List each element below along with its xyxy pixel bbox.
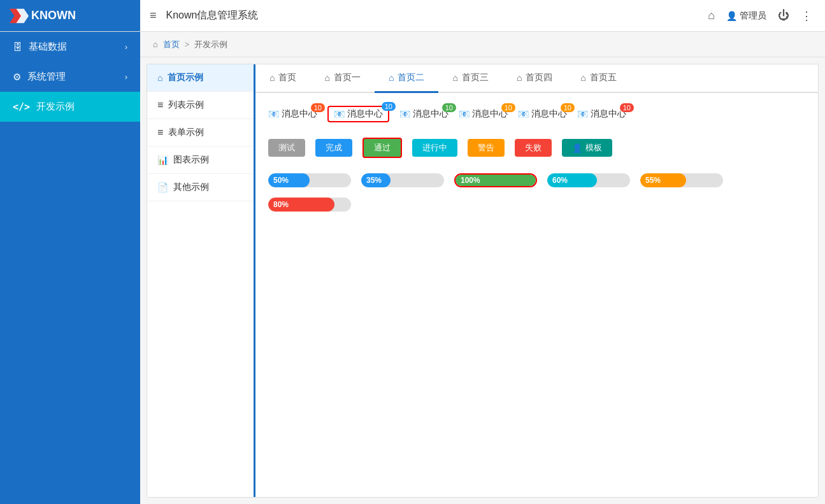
msg-icon-1: 📧 (268, 109, 279, 119)
tabs-bar: ⌂ 首页 ⌂ 首页一 ⌂ 首页二 ⌂ 首页三 (255, 64, 818, 93)
tab-home1-icon: ⌂ (324, 73, 329, 83)
demo-content: 📧 消息中心 10 📧 消息中心 10 📧 (255, 93, 818, 497)
tab-home-icon: ⌂ (269, 73, 275, 83)
inner-layout: ⌂ 首页示例 ≡ 列表示例 ≡ 表单示例 📊 图表示例 📄 其他示例 (147, 64, 819, 498)
btn-fail[interactable]: 失败 (515, 139, 552, 157)
user-label: 管理员 (740, 10, 766, 22)
message-center-row: 📧 消息中心 10 📧 消息中心 10 📧 (268, 106, 805, 122)
breadcrumb: ⌂ 首页 > 开发示例 (140, 32, 825, 57)
msg-center-1[interactable]: 📧 消息中心 10 (268, 108, 317, 120)
tab-home4-icon: ⌂ (517, 73, 522, 83)
gear-icon: ⚙ (13, 71, 21, 83)
breadcrumb-current: 开发示例 (194, 39, 227, 50)
left-nav-other-example[interactable]: 📄 其他示例 (147, 174, 254, 201)
left-nav-list-example[interactable]: ≡ 列表示例 (147, 92, 254, 119)
sidebar-label-basic-data: 基础数据 (29, 41, 67, 53)
home-nav-icon: ⌂ (157, 73, 162, 83)
menu-toggle-icon[interactable]: ≡ (140, 9, 166, 22)
sidebar-item-system-mgmt[interactable]: ⚙ 系统管理 › (0, 62, 140, 92)
file-icon: 📄 (157, 182, 168, 192)
msg-icon-3: 📧 (399, 109, 410, 119)
tab-home4[interactable]: ⌂ 首页四 (503, 64, 566, 93)
form-icon: ≡ (157, 127, 163, 138)
tab-home3-icon: ⌂ (452, 73, 457, 83)
chart-icon: 📊 (157, 155, 168, 165)
tab-home[interactable]: ⌂ 首页 (255, 64, 310, 93)
progress-60: 60% (547, 173, 630, 187)
msg-icon-4: 📧 (459, 109, 470, 119)
progress-80: 80% (268, 198, 351, 212)
template-user-icon: 👤 (572, 143, 582, 153)
progress-label-50: 50% (268, 173, 351, 187)
msg-icon-6: 📧 (577, 109, 588, 119)
sidebar-item-basic-data[interactable]: 🗄 基础数据 › (0, 32, 140, 62)
more-icon[interactable]: ⋮ (801, 9, 812, 23)
btn-test[interactable]: 测试 (268, 139, 305, 157)
tab-home5-icon: ⌂ (580, 73, 585, 83)
msg-badge-2: 10 (382, 102, 396, 111)
home-header-icon[interactable]: ⌂ (708, 9, 715, 22)
left-nav-home-label: 首页示例 (168, 72, 203, 83)
btn-inprogress[interactable]: 进行中 (412, 139, 457, 157)
tab-home3[interactable]: ⌂ 首页三 (438, 64, 502, 93)
progress-label-55: 55% (640, 173, 723, 187)
breadcrumb-separator: > (185, 40, 190, 49)
msg-center-2[interactable]: 📧 消息中心 10 (327, 106, 389, 122)
left-nav-other-label: 其他示例 (173, 182, 209, 193)
logo-area: Known信息管理系统 KNOWN (0, 0, 140, 31)
msg-icon-2: 📧 (334, 109, 345, 119)
tab-home1[interactable]: ⌂ 首页一 (310, 64, 374, 93)
status-button-row: 测试 完成 通过 进行中 警告 失败 👤 模板 (268, 138, 805, 158)
code-icon: </> (13, 101, 30, 113)
btn-pass[interactable]: 通过 (362, 138, 402, 158)
breadcrumb-home-icon: ⌂ (153, 40, 158, 49)
left-nav-list-label: 列表示例 (168, 99, 204, 111)
tab-home2-icon: ⌂ (389, 73, 394, 83)
tab-home2[interactable]: ⌂ 首页二 (375, 64, 438, 93)
tab-home3-label: 首页三 (462, 72, 489, 83)
msg-center-3[interactable]: 📧 消息中心 10 (399, 108, 448, 120)
sidebar: 🗄 基础数据 › ⚙ 系统管理 › </> 开发示例 (0, 32, 140, 504)
msg-center-4[interactable]: 📧 消息中心 10 (459, 108, 508, 120)
left-nav-form-example[interactable]: ≡ 表单示例 (147, 119, 254, 147)
tab-home4-label: 首页四 (526, 72, 552, 83)
msg-label-2: 消息中心 (347, 108, 383, 120)
left-nav: ⌂ 首页示例 ≡ 列表示例 ≡ 表单示例 📊 图表示例 📄 其他示例 (147, 64, 255, 497)
tab-home5-label: 首页五 (590, 72, 617, 83)
main-layout: 🗄 基础数据 › ⚙ 系统管理 › </> 开发示例 ⌂ 首页 > 开发示例 (0, 32, 825, 504)
sidebar-label-dev-example: 开发示例 (36, 101, 75, 113)
breadcrumb-home-link[interactable]: 首页 (163, 39, 180, 50)
msg-badge-5: 10 (561, 103, 575, 112)
msg-icon-5: 📧 (518, 109, 529, 119)
progress-label-100: 100% (456, 175, 536, 186)
tab-home5[interactable]: ⌂ 首页五 (566, 64, 630, 93)
progress-55: 55% (640, 173, 723, 187)
sidebar-label-system-mgmt: 系统管理 (27, 71, 66, 83)
progress-label-35: 35% (361, 173, 444, 187)
msg-center-5[interactable]: 📧 消息中心 10 (518, 108, 567, 120)
msg-center-6[interactable]: 📧 消息中心 10 (577, 108, 626, 120)
user-menu[interactable]: 👤 管理员 (726, 10, 766, 22)
tab-home1-label: 首页一 (334, 72, 361, 83)
tab-home-label: 首页 (278, 72, 296, 83)
left-nav-home-example[interactable]: ⌂ 首页示例 (147, 64, 254, 92)
progress-50: 50% (268, 173, 351, 187)
left-nav-chart-example[interactable]: 📊 图表示例 (147, 147, 254, 174)
database-icon: 🗄 (13, 41, 22, 52)
power-icon[interactable]: ⏻ (778, 9, 789, 22)
msg-badge-1: 10 (311, 103, 325, 112)
progress-label-60: 60% (547, 173, 630, 187)
btn-complete[interactable]: 完成 (315, 139, 352, 157)
sidebar-item-dev-example[interactable]: </> 开发示例 (0, 92, 140, 122)
header-right: ⌂ 👤 管理员 ⏻ ⋮ (708, 9, 825, 23)
msg-badge-6: 10 (620, 103, 634, 112)
logo: Known信息管理系统 KNOWN (10, 8, 76, 24)
btn-template[interactable]: 👤 模板 (562, 139, 612, 157)
btn-warning[interactable]: 警告 (468, 139, 505, 157)
progress-100: 100% (454, 173, 537, 187)
content-area: ⌂ 首页 > 开发示例 ⌂ 首页示例 ≡ 列表示例 ≡ 表单示例 (140, 32, 825, 504)
header: Known信息管理系统 KNOWN ≡ Known信息管理系统 ⌂ 👤 管理员 … (0, 0, 825, 32)
header-title: Known信息管理系统 (166, 9, 259, 22)
arrow-icon-2: › (125, 73, 127, 82)
left-nav-form-label: 表单示例 (168, 127, 204, 138)
